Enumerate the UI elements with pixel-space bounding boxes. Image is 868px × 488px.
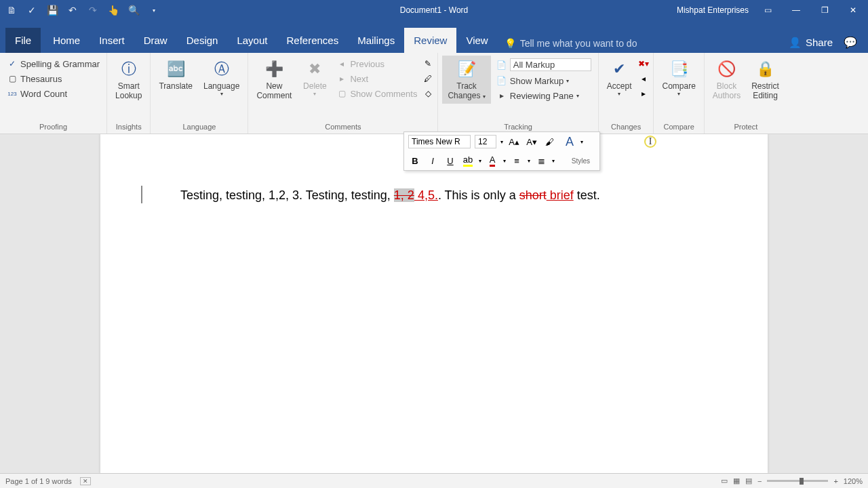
italic-button[interactable]: I — [426, 154, 439, 167]
bold-button[interactable]: B — [408, 154, 422, 167]
numbering-button[interactable]: ≣ — [534, 154, 548, 167]
next-icon: ▸ — [336, 73, 347, 84]
redo-icon[interactable]: ↷ — [87, 4, 99, 16]
next-change-icon[interactable]: ▸ — [638, 88, 649, 99]
share-area: 👤 Share 💬 — [789, 36, 868, 53]
show-comments-button[interactable]: ▢Show Comments — [334, 87, 420, 100]
restrict-editing-button[interactable]: 🔒RestrictEditing — [747, 56, 783, 104]
read-mode-icon[interactable]: ▭ — [721, 476, 728, 485]
bullets-button[interactable]: ≡ — [510, 154, 524, 167]
qat-more-icon[interactable]: ▾ — [148, 4, 160, 16]
new-doc-icon[interactable]: 🗎 — [5, 4, 18, 16]
spelling-grammar-button[interactable]: ✓Spelling & Grammar — [4, 57, 102, 70]
save-icon[interactable]: 💾 — [46, 4, 58, 16]
status-close-icon[interactable]: ✕ — [80, 477, 91, 485]
bullets-dropdown-icon[interactable]: ▾ — [528, 158, 530, 164]
show-icon: ▢ — [336, 88, 347, 99]
shrink-font-icon[interactable]: A▾ — [525, 135, 538, 148]
inserted-text-2: brief — [547, 188, 574, 202]
tab-layout[interactable]: Layout — [227, 28, 277, 53]
fontcolor-dropdown-icon[interactable]: ▾ — [503, 158, 506, 164]
document-page[interactable]: Testing, testing, 1,2, 3. Testing, testi… — [100, 134, 768, 473]
insights-group-label: Insights — [111, 121, 146, 132]
inserted-text-1: 4,5. — [414, 188, 438, 202]
language-button[interactable]: ⒶLanguage▾ — [199, 56, 243, 100]
accept-button[interactable]: ✔Accept▾ — [603, 56, 636, 100]
comments-group-label: Comments — [252, 121, 433, 132]
account-name[interactable]: Mishpat Enterprises — [677, 5, 749, 15]
grow-font-icon[interactable]: A▴ — [507, 135, 521, 148]
tab-mailings[interactable]: Mailings — [348, 28, 404, 53]
zoom-slider[interactable] — [767, 480, 828, 482]
quick-access-toolbar: 🗎 ✓ 💾 ↶ ↷ 👆 🔍 ▾ — [0, 4, 165, 16]
changes-group-label: Changes — [603, 121, 650, 132]
numbering-dropdown-icon[interactable]: ▾ — [552, 158, 555, 164]
tab-view[interactable]: View — [456, 28, 497, 53]
zoom-thumb[interactable] — [800, 478, 804, 485]
markup-dropdown[interactable]: 📄All Markup — [494, 57, 594, 73]
preview-icon[interactable]: 🔍 — [127, 4, 140, 16]
tab-file[interactable]: File — [5, 28, 41, 53]
compare-button[interactable]: 📑Compare▾ — [658, 56, 699, 100]
word-count-button[interactable]: 123Word Count — [4, 87, 70, 100]
tab-home[interactable]: Home — [43, 28, 90, 53]
zoom-level[interactable]: 120% — [844, 477, 863, 485]
mini-size-dropdown[interactable]: 12 — [475, 135, 496, 148]
zoom-in-icon[interactable]: + — [833, 477, 837, 485]
reject-icon[interactable]: ✖▾ — [638, 58, 649, 69]
font-color-button[interactable]: A — [486, 154, 499, 167]
undo-icon[interactable]: ↶ — [66, 4, 79, 16]
protect-group-label: Protect — [709, 121, 783, 132]
thesaurus-button[interactable]: ▢Thesaurus — [4, 72, 64, 85]
zoom-out-icon[interactable]: − — [757, 477, 762, 485]
accept-icon: ✔ — [608, 58, 630, 80]
ink-comment-icon[interactable]: ✎ — [422, 58, 433, 69]
underline-button[interactable]: U — [443, 154, 457, 167]
tab-draw[interactable]: Draw — [134, 28, 177, 53]
mini-font-dropdown[interactable]: Times New R — [408, 135, 471, 148]
styles-dropdown-icon[interactable]: ▾ — [580, 139, 583, 145]
status-left[interactable]: Page 1 of 1 9 words — [5, 477, 72, 485]
compare-icon: 📑 — [668, 58, 690, 80]
track-changes-button[interactable]: 📝TrackChanges ▾ — [442, 56, 490, 104]
document-area: Testing, testing, 1,2, 3. Testing, testi… — [0, 134, 868, 473]
eraser-icon[interactable]: ◇ — [422, 88, 433, 99]
translate-button[interactable]: 🔤Translate — [155, 56, 197, 94]
minimize-icon[interactable]: — — [787, 3, 806, 17]
tab-review[interactable]: Review — [404, 28, 456, 53]
tab-references[interactable]: References — [277, 28, 348, 53]
previous-comment-button[interactable]: ◂Previous — [334, 57, 420, 70]
mini-toolbar: Times New R 12 ▾ A▴ A▾ 🖌 A ▾ B I U ab ▾ … — [403, 131, 600, 171]
document-text[interactable]: Testing, testing, 1,2, 3. Testing, testi… — [180, 187, 688, 204]
smart-lookup-button[interactable]: ⓘ Smart Lookup — [111, 56, 146, 104]
highlight-dropdown-icon[interactable]: ▾ — [479, 158, 481, 164]
pen-icon[interactable]: 🖊 — [422, 73, 433, 84]
ribbon-options-icon[interactable]: ▭ — [758, 3, 777, 17]
maximize-icon[interactable]: ❐ — [815, 3, 834, 17]
highlight-button[interactable]: ab — [461, 154, 475, 167]
ribbon-tabs: File Home Insert Draw Design Layout Refe… — [0, 20, 868, 53]
share-button[interactable]: 👤 Share — [789, 37, 833, 49]
spellcheck-icon[interactable]: ✓ — [26, 4, 38, 16]
print-layout-icon[interactable]: ▦ — [733, 476, 740, 485]
language-icon: Ⓐ — [211, 58, 233, 80]
styles-icon[interactable]: A — [563, 135, 576, 148]
show-markup-button[interactable]: 📄Show Markup ▾ — [494, 74, 594, 87]
tab-design[interactable]: Design — [177, 28, 228, 53]
tell-me-search[interactable]: 💡 Tell me what you want to do — [498, 38, 644, 49]
comments-pane-icon[interactable]: 💬 — [844, 36, 857, 49]
web-layout-icon[interactable]: ▤ — [745, 476, 752, 485]
format-painter-icon[interactable]: 🖌 — [542, 135, 556, 148]
chevron-down-icon[interactable]: ▾ — [500, 139, 503, 145]
block-authors-button[interactable]: 🚫BlockAuthors — [709, 56, 745, 104]
proofing-group-label: Proofing — [4, 121, 102, 132]
touch-icon[interactable]: 👆 — [107, 4, 119, 16]
next-comment-button[interactable]: ▸Next — [334, 72, 420, 85]
new-comment-button[interactable]: ➕NewComment — [252, 56, 296, 104]
prev-change-icon[interactable]: ◂ — [638, 73, 649, 84]
delete-comment-button[interactable]: ✖Delete▾ — [298, 56, 331, 100]
tab-insert[interactable]: Insert — [90, 28, 134, 53]
reviewing-pane-button[interactable]: ▸Reviewing Pane ▾ — [494, 89, 594, 102]
thesaurus-label: Thesaurus — [20, 74, 62, 84]
close-icon[interactable]: ✕ — [844, 3, 863, 17]
